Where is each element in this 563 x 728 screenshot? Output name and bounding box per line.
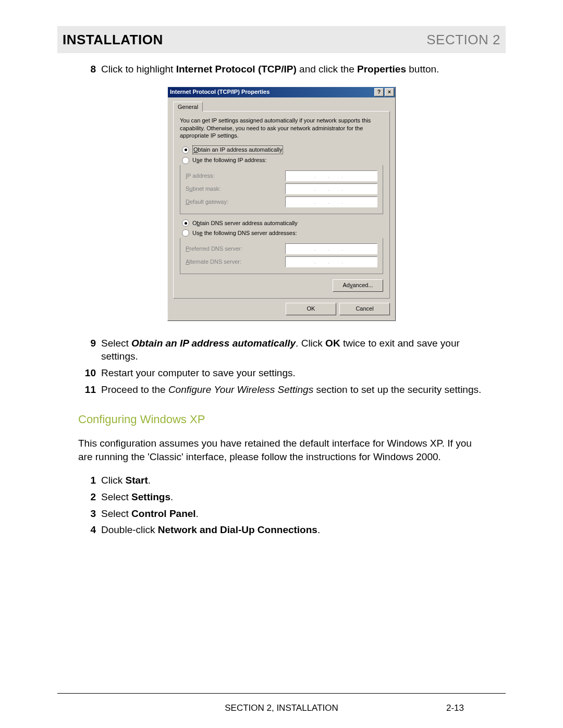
- tcpip-properties-dialog: Internet Protocol (TCP/IP) Properties ? …: [167, 87, 396, 321]
- step-number: 4: [78, 523, 101, 537]
- tab-general[interactable]: General: [173, 102, 203, 112]
- label-subnet-mask: Subnet mask:: [186, 185, 221, 193]
- step-8: 8 Click to highlight Internet Protocol (…: [78, 63, 485, 76]
- radio-obtain-dns-auto[interactable]: Obtain DNS server address automatically: [180, 219, 383, 227]
- input-preferred-dns[interactable]: . . .: [285, 243, 377, 254]
- step-text: Select Obtain an IP address automaticall…: [101, 337, 485, 363]
- radio-label: Obtain DNS server address automatically: [192, 219, 298, 227]
- header-title: INSTALLATION: [63, 32, 163, 48]
- radio-label: Obtain an IP address automatically: [192, 145, 283, 154]
- radio-icon: [182, 229, 189, 237]
- step-11: 11 Proceed to the Configure Your Wireles…: [78, 383, 485, 397]
- step-text: Select Control Panel.: [101, 507, 485, 521]
- xp-step-1: 1 Click Start.: [78, 474, 485, 487]
- step-number: 11: [78, 383, 101, 397]
- step-10: 10 Restart your computer to save your se…: [78, 366, 485, 380]
- dns-fieldset: Preferred DNS server: . . . Alternate DN…: [180, 238, 383, 274]
- step-number: 10: [78, 366, 101, 380]
- ok-button[interactable]: OK: [286, 303, 336, 315]
- radio-icon: [182, 157, 189, 164]
- input-ip-address[interactable]: . . .: [285, 170, 377, 181]
- subheading-configuring-xp: Configuring Windows XP: [78, 412, 485, 427]
- header-section: SECTION 2: [426, 32, 500, 48]
- input-alternate-dns[interactable]: . . .: [285, 256, 377, 267]
- xp-step-2: 2 Select Settings.: [78, 490, 485, 504]
- dialog-intro: You can get IP settings assigned automat…: [180, 117, 383, 139]
- close-icon[interactable]: ×: [385, 88, 394, 96]
- dialog-title: Internet Protocol (TCP/IP) Properties: [170, 88, 270, 96]
- label-ip-address: IP address:: [186, 172, 214, 180]
- step-number: 8: [78, 63, 101, 76]
- step-number: 9: [78, 337, 101, 363]
- cancel-button[interactable]: Cancel: [339, 303, 390, 315]
- radio-use-following-dns[interactable]: Use the following DNS server addresses:: [180, 229, 383, 237]
- advanced-button[interactable]: Advanced...: [333, 279, 383, 292]
- xp-step-4: 4 Double-click Network and Dial-Up Conne…: [78, 523, 485, 537]
- page-header: INSTALLATION SECTION 2: [57, 26, 506, 53]
- step-text: Select Settings.: [101, 490, 485, 504]
- ip-fieldset: IP address: . . . Subnet mask: . . . Def…: [180, 165, 383, 214]
- dialog-titlebar: Internet Protocol (TCP/IP) Properties ? …: [168, 87, 395, 97]
- input-subnet-mask[interactable]: . . .: [285, 183, 377, 194]
- step-text: Double-click Network and Dial-Up Connect…: [101, 523, 485, 537]
- xp-step-3: 3 Select Control Panel.: [78, 507, 485, 521]
- radio-label: Use the following IP address:: [192, 156, 266, 164]
- footer-page-number: 2-13: [446, 703, 464, 713]
- step-text: Restart your computer to save your setti…: [101, 366, 485, 380]
- radio-icon: [182, 146, 189, 154]
- radio-icon: [182, 219, 189, 227]
- radio-use-following-ip[interactable]: Use the following IP address:: [180, 156, 383, 164]
- step-text: Click to highlight Internet Protocol (TC…: [101, 63, 485, 76]
- step-number: 1: [78, 474, 101, 487]
- page-footer: SECTION 2, INSTALLATION 2-13: [57, 693, 506, 703]
- step-number: 3: [78, 507, 101, 521]
- radio-label: Use the following DNS server addresses:: [192, 229, 297, 237]
- step-9: 9 Select Obtain an IP address automatica…: [78, 337, 485, 363]
- paragraph-xp-intro: This configuration assumes you have reta…: [78, 437, 485, 463]
- footer-center: SECTION 2, INSTALLATION: [225, 703, 338, 713]
- step-number: 2: [78, 490, 101, 504]
- step-text: Proceed to the Configure Your Wireless S…: [101, 383, 485, 397]
- label-default-gateway: Default gateway:: [186, 198, 228, 206]
- input-default-gateway[interactable]: . . .: [285, 196, 377, 207]
- radio-obtain-ip-auto[interactable]: Obtain an IP address automatically: [180, 145, 383, 154]
- help-icon[interactable]: ?: [374, 88, 384, 96]
- label-preferred-dns: Preferred DNS server:: [186, 245, 242, 253]
- label-alternate-dns: Alternate DNS server:: [186, 258, 241, 266]
- step-text: Click Start.: [101, 474, 485, 487]
